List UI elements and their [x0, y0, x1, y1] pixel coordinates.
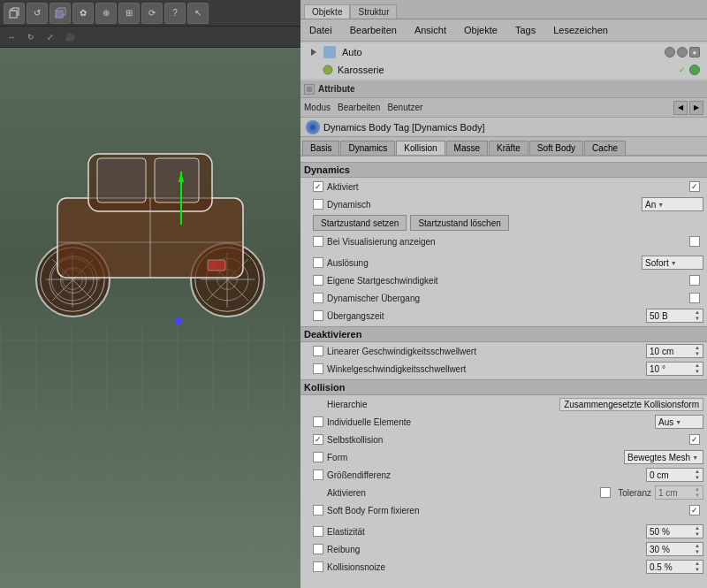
tab-softbody[interactable]: Soft Body	[529, 141, 583, 155]
selbstkollision-checkbox[interactable]: ✓	[313, 434, 323, 445]
toleranz-stepper[interactable]: 1 cm ▲ ▼	[655, 485, 703, 500]
reibung-checkbox[interactable]	[313, 544, 323, 554]
uebergangszeit-down[interactable]: ▼	[695, 316, 700, 322]
groessendifferenz-stepper[interactable]: 0 cm ▲ ▼	[646, 468, 703, 482]
uebergang-checkbox[interactable]	[313, 293, 323, 303]
viewport[interactable]: ↺ ✿ ⊕ ⊞ ⟳ ? ↖ ↔ ↻ ⤢ 🎥	[0, 0, 300, 588]
reibung-down[interactable]: ▼	[695, 549, 700, 555]
cursor-icon[interactable]: ↖	[187, 3, 209, 24]
dynamisch-checkbox[interactable]	[313, 199, 323, 210]
individuelle-dropdown[interactable]: Aus ▼	[655, 415, 703, 429]
winkel-stepper[interactable]: 10 ° ▲ ▼	[646, 362, 703, 376]
menu-datei[interactable]: Datei	[306, 23, 336, 37]
uebergang-check2[interactable]	[689, 293, 700, 303]
startgeschwindigkeit-check2[interactable]	[689, 275, 700, 286]
undo-icon[interactable]: ↺	[27, 3, 48, 24]
linear-down[interactable]: ▼	[695, 351, 700, 357]
kollisionsnoize-down[interactable]: ▼	[695, 567, 700, 573]
dynamisch-dropdown[interactable]: An ▼	[642, 197, 703, 211]
aktiviert-check2[interactable]: ✓	[689, 181, 700, 192]
kollisionsnoize-up[interactable]: ▲	[695, 561, 700, 567]
tab-kollision[interactable]: Kollision	[396, 141, 445, 155]
attr-nav-benutzer[interactable]: Benutzer	[387, 103, 422, 112]
attr-nav-modus[interactable]: Modus	[304, 103, 331, 112]
obj-row-auto[interactable]: Auto ●	[300, 43, 707, 61]
elastizitaet-stepper[interactable]: 50 % ▲ ▼	[646, 524, 703, 538]
selbstkollision-check2[interactable]: ✓	[689, 434, 700, 445]
help-icon[interactable]: ?	[164, 3, 186, 24]
tab-dynamics[interactable]: Dynamics	[340, 141, 395, 155]
form-checkbox[interactable]	[313, 452, 323, 462]
scale-icon[interactable]: ⊞	[118, 3, 140, 24]
startzustand-loeschen-btn[interactable]: Startzustand löschen	[410, 215, 508, 231]
menu-lesezeichen[interactable]: Lesezeichen	[550, 23, 612, 37]
groessendifferenz-checkbox[interactable]	[313, 470, 323, 480]
nav-move-icon[interactable]: ↔	[4, 29, 19, 45]
nav-scale-icon[interactable]: ⤢	[42, 29, 58, 45]
visualisierung-checkbox[interactable]	[313, 236, 323, 247]
elastizitaet-down[interactable]: ▼	[695, 531, 700, 538]
softbody-fixieren-checkbox[interactable]	[313, 505, 323, 515]
aktivieren-checkbox[interactable]	[600, 487, 611, 498]
menu-tags[interactable]: Tags	[512, 23, 539, 37]
kollisionsnoize-checkbox[interactable]	[313, 561, 323, 572]
groessendifferenz-down[interactable]: ▼	[695, 475, 700, 481]
aktiviert-checkbox[interactable]: ✓	[313, 181, 323, 192]
elastizitaet-up[interactable]: ▲	[695, 525, 700, 531]
elastizitaet-checkbox[interactable]	[313, 526, 323, 537]
nav-camera-icon[interactable]: 🎥	[62, 29, 78, 45]
reibung-stepper[interactable]: 30 % ▲ ▼	[646, 542, 703, 556]
visualisierung-check2[interactable]	[689, 236, 700, 247]
tab-kraefte[interactable]: Kräfte	[489, 141, 528, 155]
toleranz-arrows[interactable]: ▲ ▼	[695, 486, 700, 499]
tab-struktur[interactable]: Struktur	[350, 4, 397, 19]
startgeschwindigkeit-checkbox[interactable]	[313, 275, 323, 286]
cube-icon[interactable]	[4, 3, 25, 24]
add-icon[interactable]	[49, 3, 71, 24]
ausloesung-checkbox[interactable]	[313, 257, 323, 268]
attr-nav-bearbeiten[interactable]: Bearbeiten	[338, 103, 380, 112]
tab-cache[interactable]: Cache	[584, 141, 626, 155]
vis-dot2[interactable]	[677, 47, 688, 57]
tab-basis[interactable]: Basis	[302, 141, 339, 155]
menu-ansicht[interactable]: Ansicht	[411, 23, 450, 37]
softbody-fixieren-check2[interactable]: ✓	[689, 505, 700, 515]
form-dropdown[interactable]: Bewegtes Mesh ▼	[624, 450, 703, 464]
linear-up[interactable]: ▲	[695, 345, 700, 351]
linear-arrows[interactable]: ▲ ▼	[695, 345, 700, 357]
reibung-arrows[interactable]: ▲ ▼	[695, 543, 700, 555]
vis-green-dot[interactable]	[689, 65, 700, 75]
kollisionsnoize-arrows[interactable]: ▲ ▼	[695, 561, 700, 573]
linear-checkbox[interactable]	[313, 346, 323, 356]
nav-prev-btn[interactable]: ◀	[673, 101, 688, 115]
obj-row-karosserie[interactable]: Karosserie ✓	[300, 61, 707, 79]
linear-stepper[interactable]: 10 cm ▲ ▼	[646, 344, 703, 358]
viewport-content[interactable]	[0, 48, 300, 588]
rotate-icon[interactable]: ⟳	[141, 3, 163, 24]
groessendifferenz-arrows[interactable]: ▲ ▼	[695, 469, 700, 481]
move-icon[interactable]: ⊕	[95, 3, 117, 24]
groessendifferenz-up[interactable]: ▲	[695, 469, 700, 475]
winkel-arrows[interactable]: ▲ ▼	[695, 363, 700, 375]
reibung-up[interactable]: ▲	[695, 543, 700, 549]
winkel-checkbox[interactable]	[313, 363, 323, 374]
uebergangszeit-arrows[interactable]: ▲ ▼	[695, 309, 700, 322]
ausloesung-dropdown[interactable]: Sofort ▼	[642, 256, 703, 270]
vis-render-icon[interactable]: ●	[689, 47, 700, 57]
obj-expand-icon[interactable]	[308, 46, 320, 58]
uebergangszeit-up[interactable]: ▲	[695, 309, 700, 316]
individuelle-checkbox[interactable]	[313, 416, 323, 427]
winkel-up[interactable]: ▲	[695, 363, 700, 369]
vis-dot1[interactable]	[665, 47, 675, 57]
menu-objekte[interactable]: Objekte	[460, 23, 501, 37]
toleranz-down[interactable]: ▼	[695, 493, 700, 499]
winkel-down[interactable]: ▼	[695, 369, 700, 375]
tab-objekte[interactable]: Objekte	[304, 4, 350, 19]
nav-rotate-icon[interactable]: ↻	[23, 29, 39, 45]
menu-bearbeiten[interactable]: Bearbeiten	[346, 23, 400, 37]
kollisionsnoize-stepper[interactable]: 0.5 % ▲ ▼	[646, 560, 703, 574]
elastizitaet-arrows[interactable]: ▲ ▼	[695, 525, 700, 538]
vis-check-icon[interactable]: ✓	[677, 65, 688, 75]
uebergangszeit-stepper[interactable]: 50 B ▲ ▼	[646, 309, 703, 323]
startzustand-setzen-btn[interactable]: Startzustand setzen	[313, 215, 407, 231]
